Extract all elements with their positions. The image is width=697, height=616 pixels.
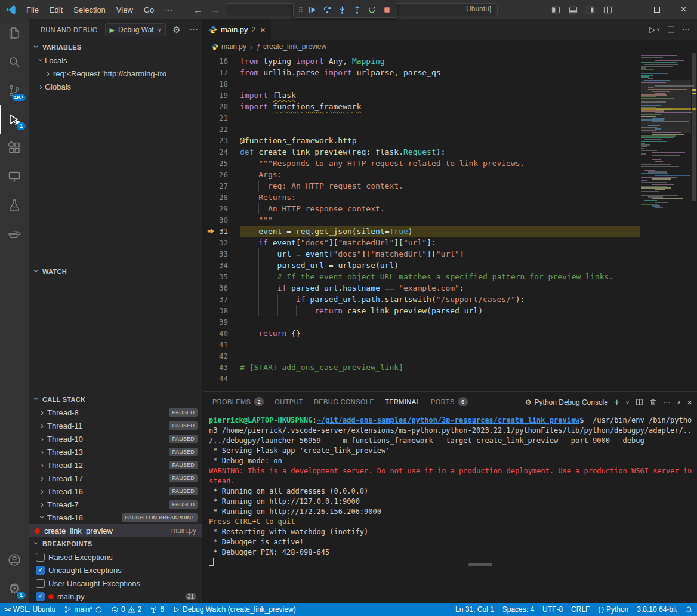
kill-terminal-icon[interactable] [649,398,657,406]
toggle-sidebar-icon[interactable] [547,0,565,19]
toggle-panel-icon[interactable] [565,0,582,19]
activity-source-control-icon[interactable]: 1K+ [0,76,29,105]
code-line[interactable]: 32if event["docs"]["matchedUrl"]["url"]: [203,237,640,248]
activity-search-icon[interactable] [0,48,29,76]
variables-section-header[interactable]: › VARIABLES [29,41,202,54]
call-stack-thread-row[interactable]: ›Thread-17PAUSED [29,472,202,485]
code-line[interactable]: 22 [203,124,640,135]
call-stack-thread-row[interactable]: ›Thread-12PAUSED [29,458,202,472]
maximize-panel-icon[interactable]: ∧ [677,399,681,405]
debug-step-into-button[interactable] [335,3,350,17]
code-line[interactable]: 27req: An HTTP request context. [203,180,640,192]
watch-section-header[interactable]: › WATCH [29,265,202,278]
customize-layout-icon[interactable] [599,0,616,19]
code-line[interactable]: 20import functions_framework [203,101,640,112]
sync-icon[interactable] [95,606,103,614]
debug-stop-button[interactable] [380,3,394,17]
split-terminal-icon[interactable] [636,398,643,406]
code-line[interactable]: 43# [START add_ons_case_preview_link] [203,362,640,373]
menu-selection[interactable]: Selection [68,0,110,19]
activity-testing-icon[interactable] [0,191,29,220]
editor-more-actions-icon[interactable]: ⋯ [682,25,690,34]
close-panel-icon[interactable]: × [687,397,692,407]
breakpoint-checkbox[interactable] [36,553,45,562]
command-center[interactable]: Ubuntu] ⠿ [226,3,498,16]
code-line[interactable]: 42 [203,350,640,362]
start-debugging-icon[interactable]: ▶ [110,26,115,34]
language-mode[interactable]: { } Python [594,603,633,616]
call-stack-thread-row[interactable]: ›Thread-7PAUSED [29,498,202,511]
editor-tab-main-py[interactable]: main.py 2 × [203,19,272,40]
menu-view[interactable]: View [111,0,138,19]
code-line[interactable]: 18 [203,78,640,90]
maximize-button[interactable] [643,0,670,19]
activity-explorer-icon[interactable] [0,19,29,48]
code-line[interactable]: 16from typing import Any, Mapping [203,56,640,67]
minimize-button[interactable]: ─ [616,0,643,19]
minimap-slider[interactable] [641,80,691,133]
remote-indicator[interactable]: >< WSL: Ubuntu [0,603,60,616]
call-stack-thread-row[interactable]: ›Thread-11PAUSED [29,419,202,432]
code-line[interactable]: 39 [203,316,640,328]
code-line[interactable]: 35# If the event object URL matches a sp… [203,271,640,282]
debug-step-over-button[interactable] [320,3,335,17]
branch-indicator[interactable]: main* [60,603,107,616]
code-line[interactable]: 44 [203,373,640,384]
call-stack-thread-row[interactable]: ›Thread-8PAUSED [29,406,202,419]
editor-scrollbar[interactable] [691,53,697,391]
menu-edit[interactable]: Edit [44,0,68,19]
active-terminal-item[interactable]: ⚙ Python Debug Console [525,398,608,406]
debug-restart-button[interactable] [365,3,380,17]
panel-more-actions-icon[interactable]: ⋯ [663,398,671,406]
menu-overflow-icon[interactable]: ⋯ [159,0,178,19]
eol-indicator[interactable]: CRLF [567,603,594,616]
new-terminal-icon[interactable]: + [614,397,619,408]
breakpoint-row[interactable]: Raised Exceptions [29,550,202,563]
debug-continue-button[interactable] [306,3,320,17]
code-line[interactable]: 40return {} [203,328,640,339]
panel-tab-ports[interactable]: PORTS6 [431,392,468,412]
breadcrumb-symbol[interactable]: ƒ create_link_preview [256,42,326,51]
debug-settings-gear-icon[interactable]: ⚙ [171,24,182,35]
call-stack-thread-row[interactable]: ›Thread-13PAUSED [29,445,202,458]
ports-indicator[interactable]: 6 [146,603,168,616]
code-line[interactable]: 28Returns: [203,192,640,203]
breakpoint-row[interactable]: User Uncaught Exceptions [29,577,202,590]
breakpoint-checkbox[interactable] [36,579,45,588]
breakpoint-checkbox[interactable] [36,592,45,601]
panel-tab-output[interactable]: OUTPUT [275,392,303,412]
terminal-scrollbar[interactable] [468,563,492,566]
toolbar-grip-icon[interactable]: ⠿ [296,6,305,14]
breakpoints-section-header[interactable]: › BREAKPOINTS [29,537,202,550]
code-line[interactable]: 34parsed_url = urlparse(url) [203,260,640,271]
variables-row[interactable]: ›Locals [29,54,202,67]
code-line[interactable]: 37if parsed_url.path.startswith("/suppor… [203,294,640,305]
code-line[interactable]: 29An HTTP response context. [203,203,640,214]
code-line[interactable]: 31event = req.get_json(silent=True) [203,226,640,237]
variables-row[interactable]: ›req: <Request 'http://charming-tro [29,67,202,80]
code-editor[interactable]: 16from typing import Any, Mapping17from … [203,53,697,391]
run-python-file-button[interactable]: ▷∨ [649,25,660,34]
code-line[interactable]: 24def create_link_preview(req: flask.Req… [203,146,640,158]
code-line[interactable]: 26Args: [203,169,640,180]
toggle-secondary-sidebar-icon[interactable] [582,0,599,19]
problems-indicator[interactable]: 0 2 [107,603,146,616]
terminal-dropdown-icon[interactable]: ∨ [625,399,630,405]
breakpoint-row[interactable]: Uncaught Exceptions [29,563,202,577]
activity-containers-icon[interactable] [0,220,29,248]
indentation-indicator[interactable]: Spaces: 4 [498,603,538,616]
call-stack-frame-row[interactable]: create_link_previewmain.py [29,524,202,537]
code-line[interactable]: 23@functions_framework.http [203,135,640,146]
cursor-position[interactable]: Ln 31, Col 1 [451,603,498,616]
minimap[interactable] [641,53,691,391]
split-editor-icon[interactable] [667,26,675,33]
notifications-bell-icon[interactable] [681,603,697,616]
call-stack-thread-row[interactable]: ›Thread-18PAUSED ON BREAKPOINT [29,511,202,524]
settings-gear-icon[interactable]: ⚙ 1 [0,574,29,603]
python-interpreter[interactable]: 3.8.10 64-bit [633,603,681,616]
menu-go[interactable]: Go [138,0,159,19]
debug-session-indicator[interactable]: Debug Watch (create_link_preview) [168,603,300,616]
code-line[interactable]: 19import flask [203,90,640,101]
code-line[interactable]: 25"""Responds to any HTTP request relate… [203,158,640,169]
code-line[interactable]: 30""" [203,214,640,226]
